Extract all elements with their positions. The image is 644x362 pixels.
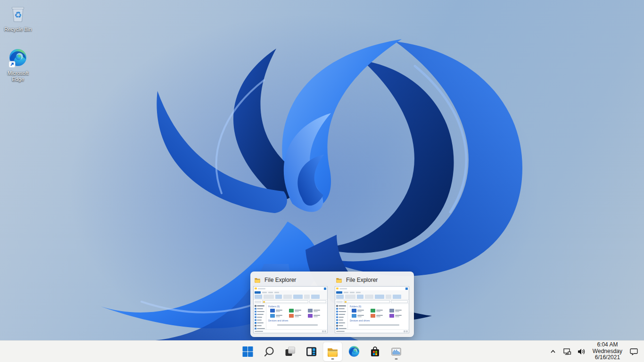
preview-card-title: File Explorer bbox=[264, 277, 296, 283]
desktop-icon-recycle-bin[interactable]: ♻ Recycle Bin bbox=[0, 3, 36, 33]
taskbar: 6:04 AM Wednesday 6/16/2021 bbox=[0, 340, 644, 362]
taskbar-clock[interactable]: 6:04 AM Wednesday 6/16/2021 bbox=[590, 342, 625, 361]
edge-button[interactable] bbox=[345, 342, 363, 361]
clock-date: 6/16/2021 bbox=[593, 354, 622, 361]
clock-weekday: Wednesday bbox=[593, 348, 622, 355]
preview-card-file-explorer-2[interactable]: File Explorer bbox=[335, 274, 410, 335]
thumb-section-devices: Devices and drives bbox=[350, 319, 408, 322]
thumb-section-devices: Devices and drives bbox=[268, 319, 327, 322]
file-explorer-window-thumbnail[interactable]: Folders (6) Devices and drives bbox=[253, 286, 328, 333]
file-explorer-icon bbox=[326, 345, 339, 358]
thumb-folder-tiles bbox=[270, 309, 327, 318]
microsoft-store-icon bbox=[369, 346, 381, 358]
thumb-folder-tiles bbox=[352, 309, 408, 318]
preview-thumbnail-slot: Folders (6) Devices and drives bbox=[335, 286, 410, 333]
edge-icon bbox=[7, 48, 29, 69]
volume-icon bbox=[577, 347, 586, 356]
notification-center-button[interactable] bbox=[628, 346, 639, 357]
network-status[interactable] bbox=[561, 346, 573, 357]
windows-desktop: { "desktop": { "icons": [ { "id": "recyc… bbox=[0, 0, 644, 362]
preview-card-file-explorer-1[interactable]: File Explorer bbox=[253, 274, 329, 335]
recycle-bin-icon: ♻ bbox=[7, 3, 29, 25]
search-button[interactable] bbox=[260, 342, 279, 361]
chevron-up-icon bbox=[549, 348, 557, 355]
volume-status[interactable] bbox=[576, 346, 587, 357]
search-icon bbox=[263, 346, 275, 358]
widgets-button[interactable] bbox=[302, 342, 321, 361]
task-manager-button[interactable] bbox=[387, 342, 406, 361]
preview-card-title: File Explorer bbox=[346, 277, 378, 283]
clock-time: 6:04 AM bbox=[593, 342, 622, 348]
taskbar-preview-flyout: File Explorer bbox=[250, 272, 414, 337]
running-indicator bbox=[395, 358, 398, 360]
svg-text:♻: ♻ bbox=[14, 10, 22, 20]
task-view-icon bbox=[284, 346, 297, 358]
widgets-icon bbox=[305, 346, 318, 358]
system-tray: 6:04 AM Wednesday 6/16/2021 bbox=[547, 341, 641, 362]
desktop-icon-label: Recycle Bin bbox=[4, 26, 32, 33]
task-view-button[interactable] bbox=[281, 342, 300, 361]
network-icon bbox=[563, 347, 571, 356]
thumb-section-folders: Folders (6) bbox=[350, 305, 408, 308]
preview-thumbnail-slot: Folders (6) Devices and drives bbox=[253, 286, 329, 333]
file-explorer-icon bbox=[254, 276, 261, 284]
task-manager-icon bbox=[390, 346, 403, 358]
file-explorer-icon bbox=[335, 276, 343, 284]
start-button[interactable] bbox=[239, 342, 257, 361]
windows-start-icon bbox=[242, 346, 254, 358]
tray-overflow-button[interactable] bbox=[547, 346, 559, 357]
file-explorer-window-thumbnail[interactable]: Folders (6) Devices and drives bbox=[335, 286, 409, 333]
file-explorer-button[interactable] bbox=[323, 342, 342, 361]
notification-icon bbox=[629, 347, 638, 356]
thumb-section-folders: Folders (6) bbox=[268, 305, 327, 308]
running-indicator bbox=[331, 358, 334, 360]
edge-icon bbox=[347, 345, 360, 358]
desktop-icon-microsoft-edge[interactable]: Microsoft Edge bbox=[0, 48, 36, 82]
desktop-icon-label: Microsoft Edge bbox=[3, 70, 33, 82]
microsoft-store-button[interactable] bbox=[366, 342, 385, 361]
